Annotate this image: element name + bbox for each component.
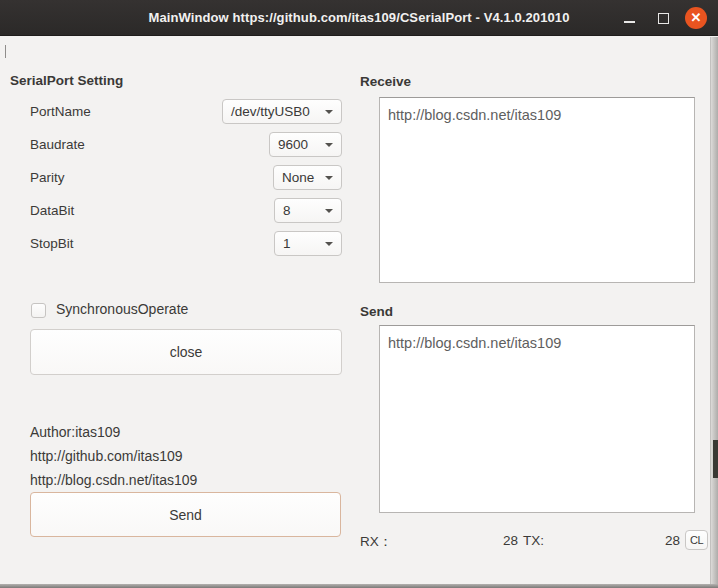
rx-count: 28	[430, 533, 518, 548]
tx-count: 28	[592, 533, 680, 548]
receive-heading: Receive	[360, 74, 411, 89]
send-serial-button[interactable]: Send	[30, 492, 341, 537]
blog-link-text: http://blog.csdn.net/itas109	[30, 468, 197, 492]
baudrate-select[interactable]: 9600	[269, 132, 342, 157]
chevron-down-icon	[325, 110, 333, 114]
databit-label: DataBit	[30, 198, 74, 223]
send-textarea[interactable]: http://blog.csdn.net/itas109	[379, 325, 695, 513]
rx-label: RX：	[360, 533, 392, 551]
author-line: Author:itas109	[30, 420, 197, 444]
minimize-icon	[624, 21, 635, 23]
portname-value: /dev/ttyUSB0	[231, 104, 310, 119]
stopbit-label: StopBit	[30, 231, 74, 256]
author-info: Author:itas109 http://github.com/itas109…	[30, 420, 197, 492]
titlebar: MainWindow https://github.com/itas109/CS…	[0, 0, 718, 36]
maximize-button[interactable]	[651, 6, 675, 30]
chevron-down-icon	[325, 209, 333, 213]
send-heading: Send	[360, 304, 393, 319]
chevron-down-icon	[325, 143, 333, 147]
baudrate-label: Baudrate	[30, 132, 85, 157]
maximize-icon	[658, 13, 669, 24]
portname-label: PortName	[30, 99, 91, 124]
stopbit-select[interactable]: 1	[274, 231, 342, 256]
minimize-button[interactable]	[617, 6, 641, 30]
parity-value: None	[282, 170, 314, 185]
send-serial-button-label: Send	[169, 507, 202, 523]
parity-select[interactable]: None	[273, 165, 342, 190]
close-serial-button[interactable]: close	[30, 329, 342, 375]
close-serial-button-label: close	[170, 344, 203, 360]
chevron-down-icon	[325, 242, 333, 246]
toolbar-grip	[5, 45, 6, 58]
window-title: MainWindow https://github.com/itas109/CS…	[148, 10, 569, 25]
close-icon: ✕	[691, 11, 702, 24]
stopbit-value: 1	[283, 236, 291, 251]
clear-counters-button[interactable]: CL	[685, 530, 708, 550]
clear-counters-label: CL	[690, 534, 703, 546]
baudrate-value: 9600	[278, 137, 308, 152]
synchronous-operate-checkbox[interactable]	[31, 303, 46, 318]
tx-label: TX:	[523, 533, 544, 548]
portname-select[interactable]: /dev/ttyUSB0	[222, 99, 342, 124]
serialport-setting-heading: SerialPort Setting	[10, 73, 123, 88]
databit-select[interactable]: 8	[274, 198, 342, 223]
close-window-button[interactable]: ✕	[685, 7, 707, 29]
window-bottom-edge	[0, 584, 718, 588]
vertical-scrollbar[interactable]	[710, 37, 718, 584]
github-link-text: http://github.com/itas109	[30, 444, 197, 468]
databit-value: 8	[283, 203, 291, 218]
parity-label: Parity	[30, 165, 65, 190]
synchronous-operate-label: SynchronousOperate	[56, 301, 188, 317]
chevron-down-icon	[325, 176, 333, 180]
main-window: MainWindow https://github.com/itas109/CS…	[0, 0, 718, 588]
scrollbar-thumb[interactable]	[713, 440, 718, 478]
window-content: SerialPort Setting PortName /dev/ttyUSB0…	[0, 37, 718, 584]
receive-textarea[interactable]: http://blog.csdn.net/itas109	[379, 97, 695, 283]
